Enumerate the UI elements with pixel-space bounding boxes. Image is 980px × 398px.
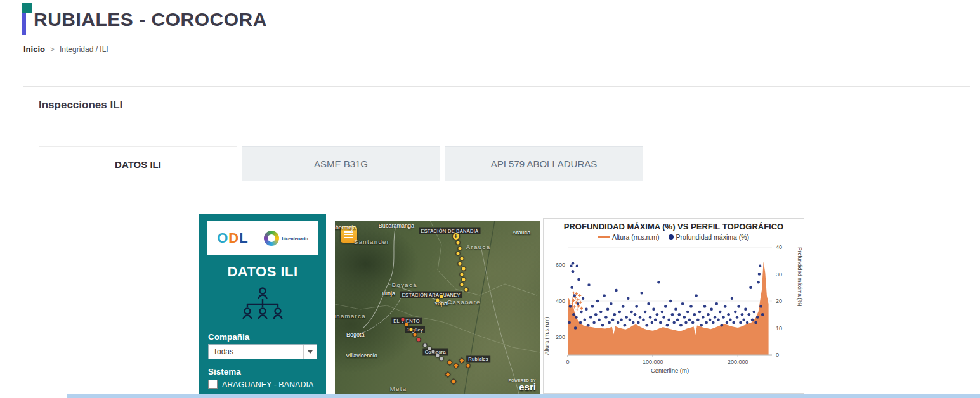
checkbox-icon[interactable]: [208, 380, 218, 389]
chart-canvas: 0102030402004006000100.000200.000Centerl…: [549, 242, 797, 378]
map-marker-circle[interactable]: [439, 357, 443, 361]
svg-text:20: 20: [776, 298, 782, 304]
company-select[interactable]: Todas: [208, 344, 317, 359]
map-marker-circle[interactable]: [455, 251, 460, 255]
bicentenario-logo-text: bicentenario: [282, 236, 308, 241]
org-chart-icon: [240, 285, 285, 324]
odl-logo: O D L: [217, 230, 248, 247]
svg-text:40: 40: [776, 244, 782, 250]
page: RUBIALES - COROCORA Inicio > Integridad …: [0, 0, 980, 398]
map-marker-crosshair[interactable]: +: [452, 233, 460, 240]
map-marker-circle[interactable]: [435, 298, 440, 302]
esri-attribution: POWERED BY esri: [509, 379, 536, 392]
system-option-araguaney-banadia[interactable]: ARAGUANEY - BANADIA: [208, 380, 317, 389]
map-marker-circle[interactable]: [423, 343, 428, 347]
filter-panel: O D L bicentenario DATOS ILI: [199, 214, 326, 398]
map-marker-circle[interactable]: [408, 327, 413, 331]
card-heading: Inspecciones ILI: [23, 87, 970, 124]
svg-text:Centerline (m): Centerline (m): [651, 367, 689, 374]
map-marker-circle[interactable]: [412, 333, 417, 337]
svg-text:0: 0: [566, 359, 569, 365]
map-marker-circle[interactable]: [466, 364, 470, 368]
map-marker-circle[interactable]: [462, 277, 466, 281]
map-marker-circle[interactable]: [458, 262, 462, 266]
svg-text:100.000: 100.000: [643, 359, 663, 365]
bicentenario-logo-mark: [264, 231, 279, 246]
hamburger-icon: [344, 231, 353, 238]
tab-bar: DATOS ILI ASME B31G API 579 ABOLLADURAS: [39, 146, 643, 181]
title-accent-bar: [22, 13, 26, 35]
page-title: RUBIALES - COROCORA: [34, 9, 267, 30]
map-marker-circle[interactable]: [431, 350, 436, 354]
esri-logo: esri: [509, 382, 536, 392]
map-marker-circle[interactable]: [427, 347, 431, 351]
legend-item-profundidad: Profundidad máxima (%): [669, 233, 750, 241]
svg-text:600: 600: [556, 262, 565, 268]
tab-asme-b31g[interactable]: ASME B31G: [242, 146, 440, 181]
chevron-down-icon: [303, 345, 317, 359]
breadcrumb-current: Integridad / ILI: [60, 45, 108, 54]
tab-api-579-abolladuras[interactable]: API 579 ABOLLADURAS: [445, 146, 643, 181]
breadcrumb-separator: >: [50, 45, 55, 54]
horizontal-scrollbar[interactable]: [67, 394, 980, 398]
map-panel[interactable]: POWERED BY esri ncabermejaBucaramangaEST…: [335, 221, 540, 394]
company-select-value: Todas: [213, 347, 233, 356]
svg-text:30: 30: [776, 271, 782, 278]
checkbox-label: ARAGUANEY - BANADIA: [222, 380, 313, 389]
svg-text:0: 0: [776, 352, 779, 358]
chart-panel: PROFUNDIDAD MÁXIMA (%) VS PERFIL TOPOGRÁ…: [543, 218, 804, 394]
plot-area: Altura (m.s.n.m) 0102030402004006000100.…: [544, 242, 804, 380]
breadcrumb: Inicio > Integridad / ILI: [23, 44, 108, 54]
tab-datos-ili[interactable]: DATOS ILI: [39, 146, 237, 181]
map-marker-circle[interactable]: [460, 272, 464, 276]
map-marker-circle[interactable]: [460, 257, 464, 261]
map-marker-circle[interactable]: [462, 267, 466, 271]
filter-panel-title: DATOS ILI: [199, 264, 326, 280]
map-marker-circle[interactable]: [460, 283, 464, 287]
svg-text:10: 10: [776, 325, 782, 331]
breadcrumb-home-link[interactable]: Inicio: [23, 44, 45, 54]
legend-line-swatch: [598, 236, 610, 238]
brand-corner-square: [22, 3, 32, 13]
map-marker-circle[interactable]: [455, 241, 460, 245]
odl-letter-d: D: [228, 230, 239, 247]
logo-box: O D L bicentenario: [207, 221, 318, 255]
inspections-card: Inspecciones ILI DATOS ILI ASME B31G API…: [23, 86, 970, 398]
odl-letter-o: O: [217, 230, 228, 247]
system-label: Sistema: [208, 367, 317, 376]
chart-title: PROFUNDIDAD MÁXIMA (%) VS PERFIL TOPOGRÁ…: [544, 222, 804, 231]
map-marker-circle[interactable]: [439, 295, 443, 299]
map-marker-circle[interactable]: [400, 317, 405, 321]
map-marker-circle[interactable]: [405, 322, 409, 326]
legend-altura-label: Altura (m.s.n.m): [612, 233, 660, 241]
map-marker-circle[interactable]: [417, 338, 421, 342]
legend-dot-swatch: [669, 234, 674, 240]
company-label: Compañia: [208, 332, 317, 342]
map-roads-layer: [335, 221, 540, 394]
map-menu-button[interactable]: [341, 226, 357, 243]
svg-text:200: 200: [556, 334, 565, 340]
odl-letter-l: L: [239, 230, 248, 247]
right-axis-title: Profundidad máxima (%): [797, 247, 803, 355]
svg-text:400: 400: [556, 298, 565, 304]
legend-item-altura: Altura (m.s.n.m): [598, 233, 660, 241]
legend-profundidad-label: Profundidad máxima (%): [676, 233, 750, 241]
bicentenario-logo: bicentenario: [264, 231, 308, 246]
map-marker-circle[interactable]: [458, 246, 462, 250]
map-marker-circle[interactable]: [435, 353, 440, 357]
svg-text:200.000: 200.000: [728, 359, 748, 365]
map-marker-circle[interactable]: [464, 288, 468, 292]
chart-legend: Altura (m.s.n.m) Profundidad máxima (%): [544, 233, 804, 241]
